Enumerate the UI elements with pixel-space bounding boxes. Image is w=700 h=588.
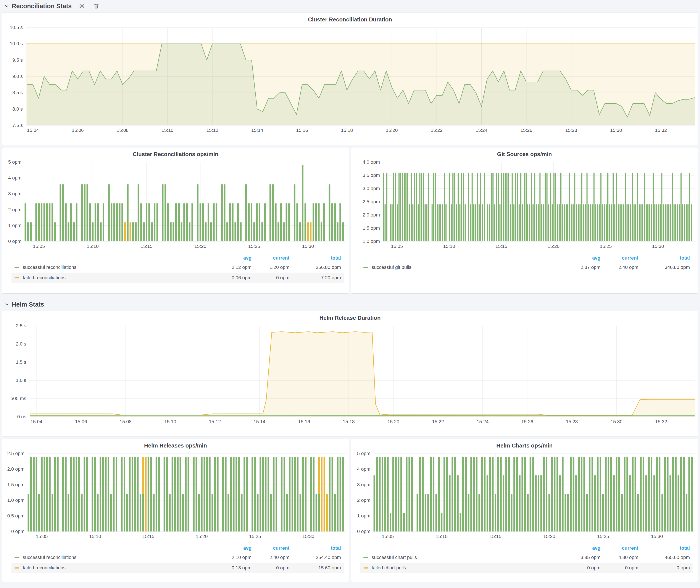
- legend-series-row: successful chart pulls3.85 opm4.80 opm46…: [360, 552, 693, 563]
- legend-avg-value: 3.85 opm: [563, 555, 600, 560]
- x-axis-label: 15:05: [391, 244, 403, 249]
- y-axis-label: 0 opm: [8, 239, 21, 244]
- legend-current-value: 2.40 opm: [600, 265, 638, 270]
- legend-total-value: 0 opm: [638, 565, 690, 571]
- y-axis-label: 4 opm: [8, 175, 21, 181]
- legend-current-value: 4.80 opm: [600, 555, 638, 560]
- x-axis-label: 15:30: [302, 534, 314, 539]
- y-axis-label: 0 opm: [11, 529, 24, 534]
- x-axis-label: 15:30: [652, 244, 664, 249]
- legend-series-toggle[interactable]: failed chart pulls: [363, 565, 563, 571]
- section-reconciliation-stats: Reconciliation Stats: [2, 0, 698, 12]
- legend-series-toggle[interactable]: failed reconciliations: [15, 565, 214, 571]
- gear-icon[interactable]: [79, 3, 85, 9]
- x-axis-label: 15:20: [386, 128, 398, 133]
- panel-title[interactable]: Helm Releases ops/min: [5, 441, 346, 451]
- y-axis-label: 9.5 s: [12, 57, 23, 63]
- panel-title[interactable]: Helm Charts ops/min: [354, 441, 695, 451]
- legend-series-row: failed reconciliations0.06 opm0 opm7.20 …: [11, 273, 344, 283]
- x-axis-label: 15:30: [651, 534, 663, 539]
- x-axis-label: 15:15: [489, 534, 501, 539]
- x-axis-label: 15:16: [298, 419, 310, 425]
- y-axis-label: 7.5 s: [12, 123, 23, 128]
- legend-series-row: failed reconciliations0.13 opm0 opm15.60…: [11, 563, 344, 573]
- legend-series-label: failed reconciliations: [23, 275, 66, 281]
- legend-header-current[interactable]: current: [600, 545, 638, 551]
- section-toggle-reconciliation[interactable]: Reconciliation Stats: [5, 3, 72, 10]
- legend-series-row: successful git pulls2.87 opm2.40 opm346.…: [360, 262, 693, 273]
- x-axis-label: 15:05: [36, 534, 48, 539]
- x-axis-label: 15:28: [566, 419, 578, 425]
- x-axis-label: 15:18: [343, 419, 355, 425]
- y-axis-label: 1.0 opm: [363, 239, 380, 244]
- legend-total-value: 7.20 opm: [289, 275, 341, 281]
- x-axis-label: 15:15: [140, 244, 152, 249]
- legend-current-value: 1.20 opm: [252, 265, 289, 270]
- legend-header-avg[interactable]: avg: [563, 545, 600, 551]
- y-axis-label: 1.0 s: [16, 378, 26, 383]
- legend-series-row: successful reconciliations2.12 opm1.20 o…: [11, 262, 344, 273]
- panel-git-sources-opm: Git Sources ops/min 4.0 opm3.5 opm3.0 op…: [351, 147, 698, 294]
- y-axis-label: 3.5 opm: [363, 173, 380, 178]
- x-axis-label: 15:32: [655, 128, 667, 133]
- x-axis-label: 15:22: [431, 128, 443, 133]
- legend-avg-value: 0 opm: [563, 565, 600, 571]
- x-axis-label: 15:26: [520, 128, 532, 133]
- legend-series-toggle[interactable]: successful reconciliations: [15, 555, 214, 560]
- series-color-marker-icon: [15, 267, 19, 268]
- section-title: Reconciliation Stats: [12, 3, 72, 10]
- x-axis-label: 15:10: [87, 244, 99, 249]
- panel-title[interactable]: Cluster Reconciliations ops/min: [5, 149, 346, 159]
- legend-header-total[interactable]: total: [289, 545, 341, 551]
- legend-header-avg[interactable]: avg: [214, 255, 252, 261]
- x-axis-label: 15:26: [521, 419, 533, 425]
- legend-header-current[interactable]: current: [252, 255, 289, 261]
- x-axis-label: 15:32: [655, 419, 667, 425]
- series-color-marker-icon: [363, 557, 368, 558]
- legend-series-toggle[interactable]: successful git pulls: [363, 265, 563, 270]
- chart-plot-area[interactable]: [28, 454, 346, 531]
- y-axis-label: 10.5 s: [10, 25, 23, 30]
- legend-series-toggle[interactable]: successful chart pulls: [363, 555, 563, 560]
- y-axis-label: 2.0 opm: [363, 212, 380, 218]
- panel-title[interactable]: Helm Release Duration: [5, 313, 695, 323]
- legend-header-avg[interactable]: avg: [214, 545, 252, 551]
- panel-title[interactable]: Cluster Reconciliation Duration: [5, 15, 695, 24]
- x-axis-label: 15:04: [27, 128, 39, 133]
- panel-cluster-reconciliations-opm: Cluster Reconciliations ops/min 5 opm4 o…: [2, 147, 349, 294]
- legend-avg-value: 0.13 opm: [214, 565, 252, 571]
- trash-icon[interactable]: [94, 3, 99, 9]
- y-axis: 2.5 opm2.0 opm1.5 opm1.0 opm0.5 opm0 opm: [5, 454, 28, 531]
- chart-plot-area[interactable]: [25, 162, 346, 241]
- legend-header-avg[interactable]: avg: [563, 255, 600, 261]
- y-axis-label: 0 ns: [17, 414, 26, 420]
- chart-plot-area[interactable]: [30, 326, 695, 417]
- panel-helm-releases-opm: Helm Releases ops/min 2.5 opm2.0 opm1.5 …: [2, 439, 349, 582]
- legend-series-toggle[interactable]: successful reconciliations: [15, 265, 214, 270]
- legend-header-current[interactable]: current: [252, 545, 289, 551]
- x-axis-label: 15:30: [302, 244, 314, 249]
- legend-series-toggle[interactable]: failed reconciliations: [15, 275, 214, 281]
- x-axis-label: 15:25: [249, 534, 261, 539]
- legend-header-total[interactable]: total: [638, 545, 690, 551]
- x-axis-label: 15:30: [610, 128, 622, 133]
- legend: avgcurrenttotalsuccessful reconciliation…: [11, 254, 344, 283]
- x-axis-label: 15:10: [436, 534, 448, 539]
- legend: avgcurrenttotalsuccessful git pulls2.87 …: [360, 254, 693, 273]
- x-axis-label: 15:16: [296, 128, 308, 133]
- y-axis-label: 0.5 opm: [7, 513, 25, 519]
- legend-header-current[interactable]: current: [600, 255, 638, 261]
- x-axis-label: 15:06: [72, 128, 84, 133]
- legend-header-total[interactable]: total: [638, 255, 690, 261]
- chart-plot-area[interactable]: [383, 162, 695, 241]
- series-color-marker-icon: [15, 557, 19, 558]
- legend: avgcurrenttotalsuccessful chart pulls3.8…: [360, 544, 693, 573]
- x-axis: 15:0515:1015:1515:2015:2515:30: [374, 531, 695, 541]
- panel-title[interactable]: Git Sources ops/min: [354, 149, 695, 159]
- y-axis-label: 3 opm: [357, 482, 370, 488]
- legend-header-total[interactable]: total: [289, 255, 341, 261]
- chart-plot-area[interactable]: [26, 27, 695, 125]
- section-toggle-helm[interactable]: Helm Stats: [5, 301, 44, 308]
- chart-plot-area[interactable]: [374, 454, 695, 531]
- y-axis-label: 3 opm: [8, 191, 21, 197]
